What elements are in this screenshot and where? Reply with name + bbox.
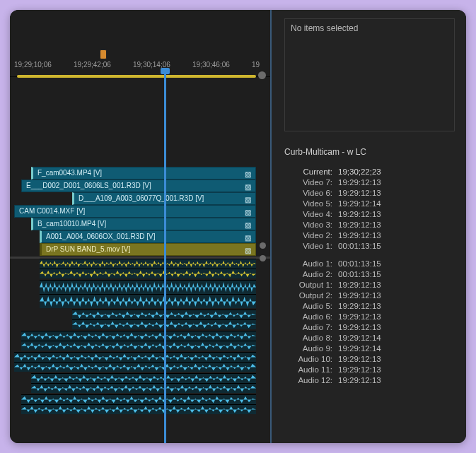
audio-clip[interactable] [40, 294, 256, 308]
audio-clip[interactable] [31, 383, 256, 393]
tc-value: 19:29:12:13 [338, 280, 381, 290]
tc-audio-row: Audio 8:19:29:12:14 [284, 333, 455, 343]
tc-value: 19:29:12:13 [338, 188, 381, 199]
audio-clip[interactable] [21, 341, 256, 351]
clip-video-6[interactable]: E___D002_D001_0606LS_001.R3D [V] ▨ [21, 180, 256, 192]
in-point-marker-icon[interactable] [100, 49, 107, 59]
audio-clip[interactable] [21, 404, 256, 414]
tc-label: Audio 12: [284, 375, 338, 386]
audio-clip[interactable] [21, 394, 256, 404]
tc-label: Audio 6: [284, 312, 338, 322]
tc-audio-row: Audio 1:00:01:13:15 [284, 259, 455, 269]
clip-label: F_cam0043.MP4 [V] [37, 169, 102, 177]
fx-badge-icon: ▨ [245, 194, 253, 203]
ruler-tick: 19;30;46;06 [192, 61, 230, 69]
tc-label: Video 7: [284, 177, 338, 188]
tc-label: Audio 5: [284, 301, 338, 312]
tc-value: 19:29:12:13 [338, 209, 381, 220]
tc-audio-row: Audio 12:19:29:12:13 [284, 375, 455, 386]
tc-label: Audio 2: [284, 269, 338, 280]
tc-audio-row: Audio 2:00:01:13:15 [284, 269, 455, 280]
audio-clip[interactable] [14, 352, 256, 362]
tc-value: 19:29:12:13 [338, 301, 381, 312]
playhead[interactable] [165, 68, 166, 443]
timecode-list: Current: 19;30;22;23 Video 7:19:29:12:13… [284, 167, 455, 386]
tc-audio-row: Output 2:19:29:12:13 [284, 290, 455, 301]
clip-video-3[interactable]: B_cam10010.MP4 [V] ▨ [31, 218, 256, 230]
ruler-tick: 19;29;10;06 [14, 61, 52, 69]
clip-label: E___D002_D001_0606LS_001.R3D [V] [26, 182, 151, 189]
tc-video-row: Video 6:19:29:12:13 [284, 188, 455, 199]
audio-clip[interactable] [40, 269, 256, 278]
tc-label: Audio 1: [284, 259, 338, 269]
tc-label: Video 6: [284, 188, 338, 199]
tc-audio-row: Audio 7:19:29:12:13 [284, 322, 455, 333]
tc-value: 19:29:12:14 [338, 333, 381, 343]
audio-clip[interactable] [40, 280, 256, 294]
timeline-panel[interactable]: 19;29;10;06 19;29;42;06 19;30;14;06 19;3… [10, 10, 272, 443]
audio-clip[interactable] [21, 331, 256, 341]
timeline-ruler-region[interactable]: 19;29;10;06 19;29;42;06 19;30;14;06 19;3… [10, 10, 270, 77]
tc-label: Video 1: [284, 241, 338, 252]
sync-lock-icon[interactable] [260, 255, 266, 261]
tc-video-row: Video 5:19:29:12:14 [284, 199, 455, 209]
tc-value: 19:29:12:13 [338, 365, 381, 375]
tc-label: Current: [284, 167, 338, 177]
tc-label: Output 2: [284, 290, 338, 301]
fx-badge-icon: ▨ [245, 220, 253, 228]
audio-clip[interactable] [31, 373, 256, 383]
clip-video-4[interactable]: CAM C0014.MXF [V] ▨ [14, 205, 256, 218]
app-window: 19;29;10;06 19;29;42;06 19;30;14;06 19;3… [10, 10, 466, 443]
fx-badge-icon: ▨ [245, 207, 253, 216]
tc-value: 19:29:12:13 [338, 375, 381, 386]
tc-value: 00:01:13:15 [338, 269, 381, 280]
tc-label: Video 2: [284, 230, 338, 241]
tc-value: 00:01:13:15 [338, 241, 381, 252]
ruler-tick: 19 [252, 61, 260, 69]
tracks-area[interactable]: F_cam0043.MP4 [V] ▨ E___D002_D001_0606LS… [10, 78, 270, 443]
tc-value: 19:29:12:13 [338, 322, 381, 333]
info-panel: No items selected Curb-Multicam - w LC C… [272, 10, 466, 443]
fx-badge-icon: ▨ [245, 182, 253, 190]
tc-value: 19;30;22;23 [338, 167, 381, 177]
fx-badge-icon: ▨ [245, 233, 253, 241]
audio-clip[interactable] [40, 259, 256, 269]
tc-label: Audio 7: [284, 322, 338, 333]
tc-audio-row: Audio 10:19:29:12:13 [284, 354, 455, 365]
fx-badge-icon: ▨ [245, 245, 253, 254]
clip-video-7[interactable]: F_cam0043.MP4 [V] ▨ [31, 167, 256, 180]
clip-label: DrP SUN BAND_5.mov [V] [46, 245, 130, 253]
tc-audio-row: Audio 6:19:29:12:13 [284, 312, 455, 322]
tc-audio-row: Output 1:19:29:12:13 [284, 280, 455, 290]
clip-label: A001_A004_0606OX_001.R3D [V] [46, 233, 156, 240]
tc-label: Audio 9: [284, 343, 338, 354]
tc-value: 19:29:12:13 [338, 290, 381, 301]
clip-video-2[interactable]: A001_A004_0606OX_001.R3D [V] ▨ [40, 230, 256, 243]
audio-clip[interactable] [14, 362, 256, 372]
tc-value: 19:29:12:13 [338, 312, 381, 322]
tc-audio-row: Audio 5:19:29:12:13 [284, 301, 455, 312]
ruler-tick: 19;29;42;06 [74, 61, 111, 69]
clip-video-1[interactable]: DrP SUN BAND_5.mov [V] ▨ [40, 243, 256, 256]
tc-label: Video 3: [284, 220, 338, 230]
source-sequence-name: Curb-Multicam - w LC [284, 147, 455, 157]
tc-video-row: Video 4:19:29:12:13 [284, 209, 455, 220]
tc-label: Video 4: [284, 209, 338, 220]
tc-label: Video 5: [284, 199, 338, 209]
tc-value: 00:01:13:15 [338, 259, 381, 269]
tc-value: 19:29:12:13 [338, 177, 381, 188]
tc-video-row: Video 1:00:01:13:15 [284, 241, 455, 252]
clip-label: B_cam10010.MP4 [V] [37, 220, 106, 228]
tc-row-current: Current: 19;30;22;23 [284, 167, 455, 177]
tc-video-row: Video 3:19:29:12:13 [284, 220, 455, 230]
tc-value: 19:29:12:13 [338, 230, 381, 241]
clip-label: CAM C0014.MXF [V] [19, 207, 85, 215]
sync-lock-icon[interactable] [260, 242, 266, 249]
tc-label: Audio 8: [284, 333, 338, 343]
tc-video-row: Video 7:19:29:12:13 [284, 177, 455, 188]
selection-info-box: No items selected [284, 18, 455, 131]
tc-audio-row: Audio 9:19:29:12:14 [284, 343, 455, 354]
tc-audio-row: Audio 11:19:29:12:13 [284, 365, 455, 375]
tc-value: 19:29:12:13 [338, 354, 381, 365]
tc-label: Audio 11: [284, 365, 338, 375]
